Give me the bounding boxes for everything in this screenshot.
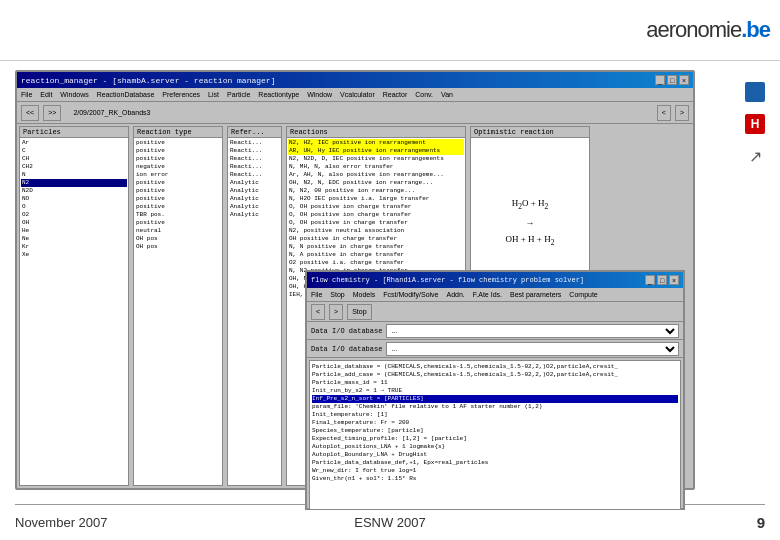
reaction-row[interactable]: N, H2O IEC positive i.a. large transfer [288,195,464,203]
reaction-row[interactable]: O, OH positive ion charge transfer [288,203,464,211]
reaction-row[interactable]: O, OH positive ion charge transfer [288,211,464,219]
menu-van[interactable]: Van [441,91,453,98]
code-text-area[interactable]: Particle_database = (CHEMICALS,chemicals… [309,360,681,510]
menu-particle[interactable]: Particle [227,91,250,98]
ref-row[interactable]: Analytic [229,179,280,187]
type-row[interactable]: positive [135,155,221,163]
ref-row[interactable]: Reacti... [229,163,280,171]
type-row[interactable]: positive [135,195,221,203]
close-btn[interactable]: × [679,75,689,85]
sec-menu-compute[interactable]: Compute [569,291,597,298]
reaction-row[interactable]: O2 positive i.a. charge transfer [288,259,464,267]
type-row[interactable]: positive [135,203,221,211]
reaction-row[interactable]: OH positive in charge transfer [288,235,464,243]
particle-row-selected[interactable]: N2 [21,179,127,187]
particle-row[interactable]: N2D [21,187,127,195]
particle-row[interactable]: N [21,171,127,179]
toolbar-forward[interactable]: >> [43,105,61,121]
ref-row[interactable]: Analytic [229,203,280,211]
menu-edit[interactable]: Edit [40,91,52,98]
ref-row[interactable]: Analytic [229,211,280,219]
ref-row[interactable]: Reacti... [229,147,280,155]
toolbar-next[interactable]: > [675,105,689,121]
sec-menu-fate-ids[interactable]: F.Ate Ids. [473,291,502,298]
type-row[interactable]: positive [135,147,221,155]
secondary-app-window[interactable]: flow chemistry - [RhandiA.server - flow … [305,270,685,510]
type-row[interactable]: OH pos [135,243,221,251]
sec-menu-file[interactable]: File [311,291,322,298]
type-row[interactable]: positive [135,219,221,227]
reaction-row[interactable]: O, OH positive in charge transfer [288,219,464,227]
reaction-row[interactable]: N, N2, 00 positive ion rearrange... [288,187,464,195]
database-dropdown-2[interactable]: ... [386,342,679,356]
sec-toolbar-next[interactable]: > [329,304,343,320]
menu-file[interactable]: File [21,91,32,98]
particle-row[interactable]: Xe [21,251,127,259]
secondary-minimize-btn[interactable]: _ [645,275,655,285]
sec-menu-fcst[interactable]: Fcst/Modify/Solve [383,291,438,298]
sec-menu-best-params[interactable]: Best parameters [510,291,561,298]
secondary-maximize-btn[interactable]: □ [657,275,667,285]
toolbar-back[interactable]: << [21,105,39,121]
type-row[interactable]: TBR pos. [135,211,221,219]
type-row[interactable]: OH pos [135,235,221,243]
sec-toolbar-prev[interactable]: < [311,304,325,320]
ref-row[interactable]: Analytic [229,195,280,203]
menu-reaction-db[interactable]: ReactionDatabase [97,91,155,98]
references-panel[interactable]: Refer... Reacti... Reacti... Reacti... R… [227,126,282,486]
ref-row[interactable]: Reacti... [229,171,280,179]
reaction-row[interactable]: Ar, AH, N, also positive ion rearrangeme… [288,171,464,179]
database-dropdown[interactable]: ... [386,324,679,338]
particle-row[interactable]: Ne [21,235,127,243]
particle-row[interactable]: He [21,227,127,235]
type-row[interactable]: neutral [135,227,221,235]
sec-toolbar-stop[interactable]: Stop [347,304,371,320]
particle-row[interactable]: O2 [21,211,127,219]
particle-row[interactable]: CH2 [21,163,127,171]
reaction-row[interactable]: N, N positive in charge transfer [288,243,464,251]
reaction-row-highlighted[interactable]: N2, H2, IEC positive ion rearrangement [288,139,464,147]
type-row[interactable]: positive [135,179,221,187]
toolbar-prev[interactable]: < [657,105,671,121]
type-row[interactable]: negative [135,163,221,171]
sec-menu-addn[interactable]: Addn. [447,291,465,298]
type-row[interactable]: ion error [135,171,221,179]
reaction-row-highlighted[interactable]: AR, UH, Hy IEC positive ion rearrangemen… [288,147,464,155]
particle-row[interactable]: OH [21,219,127,227]
reaction-row[interactable]: N2, positive neutral association [288,227,464,235]
menu-vcalculator[interactable]: Vcalculator [340,91,375,98]
minimize-btn[interactable]: _ [655,75,665,85]
secondary-close-btn[interactable]: × [669,275,679,285]
menu-reaction-type[interactable]: Reactiontype [258,91,299,98]
menu-window[interactable]: Window [307,91,332,98]
menu-reactor[interactable]: Reactor [383,91,408,98]
particles-panel[interactable]: Particles Ar C CH CH2 N N2 N2D NO O O2 O… [19,126,129,486]
particle-row[interactable]: CH [21,155,127,163]
menu-list[interactable]: List [208,91,219,98]
ref-row[interactable]: Reacti... [229,139,280,147]
menu-windows[interactable]: Windows [60,91,88,98]
sec-menu-models[interactable]: Models [353,291,376,298]
type-row[interactable]: positive [135,187,221,195]
red-h-icon[interactable]: H [743,112,767,136]
particle-row[interactable]: Ar [21,139,127,147]
maximize-btn[interactable]: □ [667,75,677,85]
reaction-row[interactable]: N, A positive in charge transfer [288,251,464,259]
reaction-row[interactable]: OH, N2, N, EDC positive ion rearrange... [288,179,464,187]
particle-row[interactable]: Kr [21,243,127,251]
sec-menu-stop[interactable]: Stop [330,291,344,298]
code-line-input[interactable]: Inf_Pre_s2_n_sort = [PARTICLES] [312,395,678,403]
particle-row[interactable]: O [21,203,127,211]
ref-row[interactable]: Reacti... [229,155,280,163]
reaction-row[interactable]: N2, N2D, D, IEC positive ion rearrangeme… [288,155,464,163]
menu-conv[interactable]: Conv. [415,91,433,98]
ref-row[interactable]: Analytic [229,187,280,195]
menu-preferences[interactable]: Preferences [162,91,200,98]
arrow-icon[interactable]: ↗ [743,144,767,168]
reaction-row[interactable]: N, MH, N, also error transfer [288,163,464,171]
blue-square-icon[interactable] [743,80,767,104]
particle-row[interactable]: C [21,147,127,155]
reaction-type-panel[interactable]: Reaction type positive positive positive… [133,126,223,486]
window-controls[interactable]: _ □ × [655,75,689,85]
secondary-window-controls[interactable]: _ □ × [645,275,679,285]
